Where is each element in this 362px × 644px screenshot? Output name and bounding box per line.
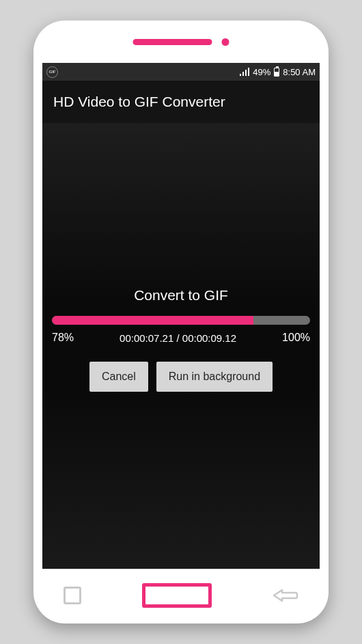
progress-time: 00:00:07.21 / 00:00:09.12	[120, 332, 236, 344]
phone-frame: GIF 49% 8:50 AM HD Video to GIF Converte…	[33, 21, 329, 623]
battery-icon	[274, 68, 279, 77]
convert-panel: Convert to GIF 78% 00:00:07.21 / 00:00:0…	[52, 287, 310, 392]
progress-fill	[52, 316, 253, 325]
button-row: Cancel Run in background	[52, 362, 310, 392]
nav-recent-icon[interactable]	[64, 587, 81, 604]
speaker-bar	[133, 39, 212, 45]
nav-bar	[33, 578, 329, 613]
screen: GIF 49% 8:50 AM HD Video to GIF Converte…	[42, 63, 320, 569]
phone-earpiece	[133, 38, 229, 46]
status-right: 49% 8:50 AM	[240, 67, 316, 77]
progress-bar	[52, 316, 310, 325]
app-header: HD Video to GIF Converter	[42, 81, 320, 123]
speaker-dot	[222, 38, 229, 46]
status-bar: GIF 49% 8:50 AM	[42, 63, 320, 81]
signal-icon	[240, 68, 249, 76]
page-title: HD Video to GIF Converter	[53, 94, 225, 110]
app-body: Convert to GIF 78% 00:00:07.21 / 00:00:0…	[42, 123, 320, 569]
progress-percent: 78%	[52, 332, 74, 344]
cancel-button[interactable]: Cancel	[89, 362, 148, 392]
gif-badge-icon: GIF	[46, 66, 58, 78]
progress-row: 78% 00:00:07.21 / 00:00:09.12 100%	[52, 332, 310, 344]
run-background-button[interactable]: Run in background	[156, 362, 273, 392]
battery-percent: 49%	[253, 67, 270, 77]
progress-max: 100%	[282, 332, 310, 344]
nav-back-icon[interactable]	[273, 588, 298, 603]
nav-home-icon[interactable]	[142, 583, 212, 608]
status-time: 8:50 AM	[283, 67, 316, 77]
convert-title: Convert to GIF	[52, 287, 310, 304]
